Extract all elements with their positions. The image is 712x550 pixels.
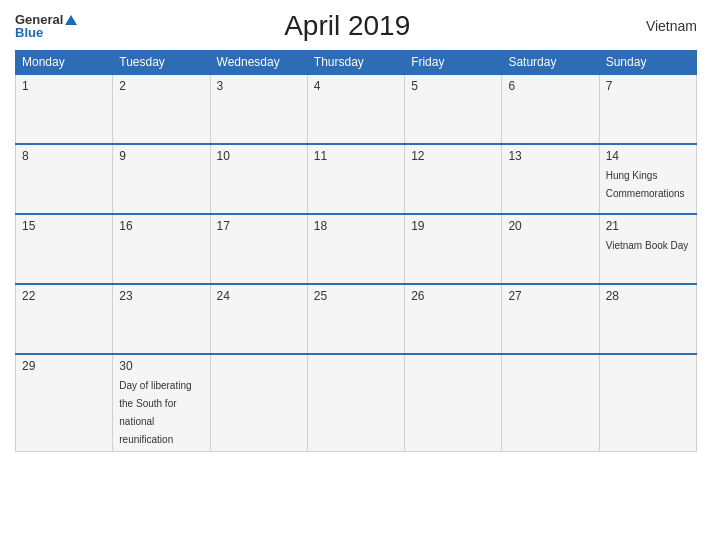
calendar-week-3: 15161718192021Vietnam Book Day [16,214,697,284]
day-number: 14 [606,149,690,163]
calendar-cell: 12 [405,144,502,214]
calendar-cell: 13 [502,144,599,214]
day-number: 6 [508,79,592,93]
day-number: 24 [217,289,301,303]
header-sunday: Sunday [599,51,696,75]
event-text: Day of liberating the South for national… [119,380,191,445]
day-number: 5 [411,79,495,93]
calendar-cell: 2 [113,74,210,144]
calendar-header: General Blue April 2019 Vietnam [15,10,697,42]
day-number: 20 [508,219,592,233]
header-thursday: Thursday [307,51,404,75]
header-wednesday: Wednesday [210,51,307,75]
day-number: 17 [217,219,301,233]
calendar-cell [210,354,307,452]
calendar-cell: 28 [599,284,696,354]
header-tuesday: Tuesday [113,51,210,75]
logo-blue-text: Blue [15,26,43,39]
calendar-cell [307,354,404,452]
calendar-cell: 16 [113,214,210,284]
calendar-cell: 7 [599,74,696,144]
calendar-cell: 23 [113,284,210,354]
calendar-cell: 27 [502,284,599,354]
calendar-cell: 20 [502,214,599,284]
day-number: 7 [606,79,690,93]
calendar-cell: 15 [16,214,113,284]
calendar-cell [502,354,599,452]
day-number: 18 [314,219,398,233]
calendar-week-5: 2930Day of liberating the South for nati… [16,354,697,452]
month-title: April 2019 [77,10,617,42]
day-number: 1 [22,79,106,93]
event-text: Hung Kings Commemorations [606,170,685,199]
calendar-cell: 30Day of liberating the South for nation… [113,354,210,452]
day-number: 3 [217,79,301,93]
day-number: 13 [508,149,592,163]
calendar-cell: 24 [210,284,307,354]
day-number: 23 [119,289,203,303]
calendar-cell: 11 [307,144,404,214]
calendar-cell: 9 [113,144,210,214]
day-number: 12 [411,149,495,163]
calendar-cell: 3 [210,74,307,144]
day-number: 11 [314,149,398,163]
days-header-row: Monday Tuesday Wednesday Thursday Friday… [16,51,697,75]
calendar-cell: 19 [405,214,502,284]
calendar-cell: 8 [16,144,113,214]
calendar-cell: 10 [210,144,307,214]
calendar-cell: 22 [16,284,113,354]
header-saturday: Saturday [502,51,599,75]
calendar-table: Monday Tuesday Wednesday Thursday Friday… [15,50,697,452]
calendar-cell: 6 [502,74,599,144]
calendar-cell: 26 [405,284,502,354]
calendar-cell: 14Hung Kings Commemorations [599,144,696,214]
header-monday: Monday [16,51,113,75]
calendar-page: General Blue April 2019 Vietnam Monday T… [0,0,712,550]
day-number: 16 [119,219,203,233]
calendar-week-2: 891011121314Hung Kings Commemorations [16,144,697,214]
day-number: 26 [411,289,495,303]
day-number: 9 [119,149,203,163]
calendar-cell [599,354,696,452]
day-number: 30 [119,359,203,373]
calendar-cell: 29 [16,354,113,452]
day-number: 22 [22,289,106,303]
day-number: 10 [217,149,301,163]
header-friday: Friday [405,51,502,75]
calendar-week-4: 22232425262728 [16,284,697,354]
calendar-cell [405,354,502,452]
day-number: 29 [22,359,106,373]
logo-triangle-icon [65,15,77,25]
day-number: 19 [411,219,495,233]
day-number: 4 [314,79,398,93]
calendar-cell: 17 [210,214,307,284]
calendar-cell: 21Vietnam Book Day [599,214,696,284]
day-number: 21 [606,219,690,233]
country-label: Vietnam [617,18,697,34]
calendar-week-1: 1234567 [16,74,697,144]
calendar-cell: 1 [16,74,113,144]
calendar-cell: 18 [307,214,404,284]
calendar-cell: 25 [307,284,404,354]
logo: General Blue [15,13,77,39]
day-number: 15 [22,219,106,233]
calendar-cell: 4 [307,74,404,144]
day-number: 27 [508,289,592,303]
event-text: Vietnam Book Day [606,240,689,251]
day-number: 28 [606,289,690,303]
day-number: 25 [314,289,398,303]
calendar-cell: 5 [405,74,502,144]
day-number: 2 [119,79,203,93]
day-number: 8 [22,149,106,163]
